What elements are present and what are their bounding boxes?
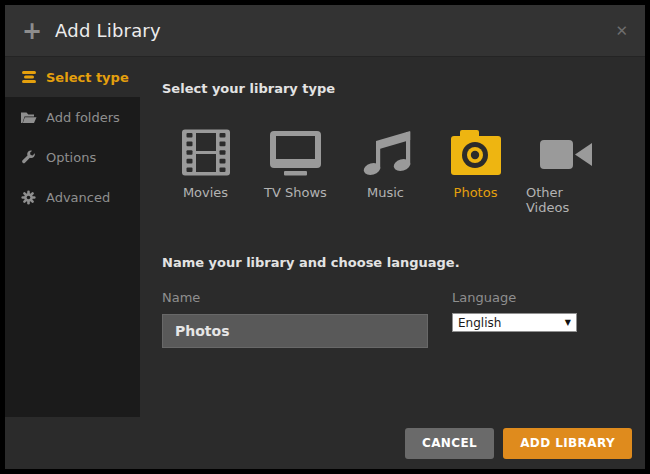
gear-icon [20, 190, 37, 205]
cancel-button[interactable]: CANCEL [405, 428, 494, 459]
dropdown-arrow-icon: ▼ [565, 319, 571, 327]
library-type-label: Other Videos [526, 185, 605, 215]
folder-icon [20, 111, 37, 124]
library-type-tv-shows[interactable]: TV Shows [256, 124, 335, 215]
library-type-label: Music [367, 185, 404, 200]
plus-icon: + [22, 19, 42, 43]
tv-icon [267, 124, 324, 176]
sidebar-item-add-folders[interactable]: Add folders [5, 97, 140, 137]
screen-frame: + Add Library ✕ [0, 0, 650, 474]
dialog-title: Add Library [55, 20, 161, 41]
sidebar-item-label: Advanced [46, 190, 110, 205]
library-type-label: Movies [183, 185, 228, 200]
add-library-dialog: + Add Library ✕ [5, 5, 645, 469]
name-field-group: Name [162, 290, 452, 348]
select-type-icon [20, 70, 37, 84]
fields-row: Name Language English ▼ [162, 290, 645, 348]
dialog-footer: CANCEL ADD LIBRARY [5, 417, 645, 469]
video-camera-icon [538, 124, 594, 176]
library-type-label: TV Shows [264, 185, 327, 200]
wrench-icon [20, 150, 37, 165]
dialog-body: Select type Add folders [5, 57, 645, 417]
sidebar-item-label: Add folders [46, 110, 120, 125]
library-name-input[interactable] [162, 314, 428, 348]
sidebar: Select type Add folders [5, 57, 140, 417]
dialog-titlebar: + Add Library ✕ [5, 5, 645, 57]
sidebar-item-options[interactable]: Options [5, 137, 140, 177]
sidebar-item-advanced[interactable]: Advanced [5, 177, 140, 217]
close-icon[interactable]: ✕ [615, 22, 628, 40]
library-type-other-videos[interactable]: Other Videos [526, 124, 605, 215]
main-content: Select your library type [140, 57, 645, 417]
music-note-icon [361, 124, 411, 176]
library-type-heading: Select your library type [162, 81, 645, 96]
camera-icon [450, 124, 502, 176]
language-field-label: Language [452, 290, 577, 305]
film-icon [181, 124, 231, 176]
library-type-label: Photos [454, 185, 498, 200]
sidebar-item-label: Select type [46, 70, 129, 85]
add-library-button[interactable]: ADD LIBRARY [503, 428, 632, 459]
language-field-group: Language English ▼ [452, 290, 577, 348]
library-type-music[interactable]: Music [346, 124, 425, 215]
library-type-row: Movies TV Shows [166, 124, 645, 215]
sidebar-item-label: Options [46, 150, 96, 165]
name-language-heading: Name your library and choose language. [162, 255, 645, 270]
language-selected-value: English [458, 316, 501, 330]
library-type-movies[interactable]: Movies [166, 124, 245, 215]
library-type-photos[interactable]: Photos [436, 124, 515, 215]
language-select[interactable]: English ▼ [452, 313, 577, 332]
sidebar-item-select-type[interactable]: Select type [5, 57, 140, 97]
name-field-label: Name [162, 290, 452, 305]
